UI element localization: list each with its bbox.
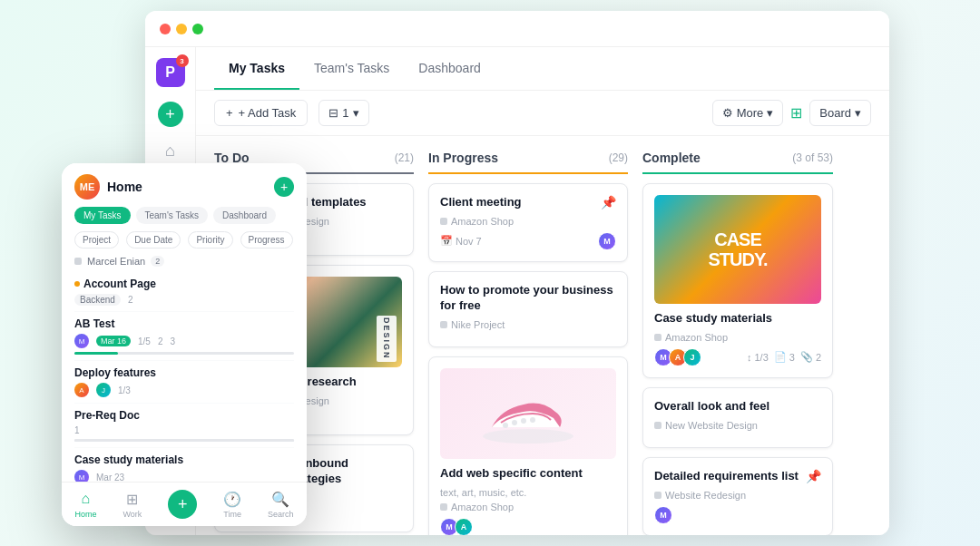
svg-point-4 [530,417,535,423]
assignee-avatars: M A [440,518,473,535]
toolbar: + + Add Task ⊟ 1 ▾ ⚙ More ▾ [196,91,889,136]
avatar: M [654,506,672,524]
mobile-overlay: ME Home + My Tasks Team's Tasks Dashboar… [62,163,307,526]
sub2: 3 [170,336,175,346]
task-name: Account Page [83,278,156,290]
mobile-nav-home[interactable]: ⌂ Home [74,490,96,519]
nav-home-label: Home [74,510,96,519]
list-item[interactable]: Deploy features A J 1/3 [74,361,294,404]
mobile-nav-add[interactable]: + [168,490,197,519]
project-dot [654,422,662,429]
filter-project[interactable]: Project [74,231,119,249]
more-label: More [737,106,764,120]
maximize-button[interactable] [192,24,203,34]
column-count-inprogress: (29) [609,151,628,164]
task-card: How to promote your business for free Ni… [428,271,628,347]
filter-progress[interactable]: Progress [240,231,293,249]
list-item[interactable]: Case study materials M Mar 23 [74,448,294,482]
task-meta: New Website Design [654,420,821,431]
svg-point-2 [512,420,517,425]
time-icon: 🕐 [223,490,241,508]
section-dot [74,258,82,265]
progress-bar [74,352,294,355]
task-meta: Amazon Shop [440,216,616,227]
svg-point-3 [521,418,526,424]
task-footer: M A [440,518,616,535]
filter-duedate[interactable]: Due Date [126,231,181,249]
list-item[interactable]: Account Page Backend 2 [74,272,294,312]
more-button[interactable]: ⚙ More ▾ [712,100,784,126]
add-task-button[interactable]: + + Add Task [214,100,308,126]
task-name: Deploy features [74,366,156,379]
task-date: Mar 23 [96,473,124,483]
section-header: Marcel Enian 2 [74,256,294,267]
tab-dashboard[interactable]: Dashboard [404,48,495,90]
chevron-down-icon-board: ▾ [855,106,861,120]
close-button[interactable] [160,24,171,34]
board-button[interactable]: Board ▾ [809,100,871,126]
mobile-filters: Project Due Date Priority Progress [62,231,307,256]
project-name: New Website Design [665,420,758,431]
task-meta: M Mar 16 1/5 2 3 [74,334,294,348]
task-card: CASESTUDY. Case study materials Amazon S… [642,183,833,378]
project-dot [654,334,662,341]
add-button[interactable]: + [158,102,183,127]
mobile-header: ME Home + [62,163,307,207]
avatar: M [598,232,616,250]
mobile-add-button[interactable]: + [274,177,294,197]
filter-priority[interactable]: Priority [188,231,232,249]
filter-button[interactable]: ⊟ 1 ▾ [318,100,368,126]
pin-icon: 📌 [601,195,616,210]
task-title: Deploy features [74,366,294,379]
add-icon[interactable]: + [168,490,197,519]
mobile-nav-work[interactable]: ⊞ Work [122,490,142,519]
project-name: Website Redesign [665,490,746,501]
progress-fill [74,439,294,442]
priority-dot [74,281,80,287]
mobile-nav-time[interactable]: 🕐 Time [223,490,241,519]
section-name: Marcel Enian [87,256,145,267]
task-card: Detailed requirements list 📌 Website Red… [642,457,833,535]
task-card: Overall look and feel New Website Design [642,387,833,448]
tab-my-tasks[interactable]: My Tasks [214,48,299,90]
mobile-tab-teamstasks[interactable]: Team's Tasks [136,207,209,224]
assignee-avatars: M [654,506,672,524]
task-card: Client meeting 📌 Amazon Shop 📅 Nov 7 [428,183,628,262]
traffic-lights [160,24,203,34]
tab-teams-tasks[interactable]: Team's Tasks [299,48,404,90]
mini-avatar: M [74,334,89,348]
mobile-nav-search[interactable]: 🔍 Search [268,490,294,519]
task-title: AB Test [74,317,294,330]
mobile-tab-mytasks[interactable]: My Tasks [74,207,131,224]
minimize-button[interactable] [176,24,187,34]
mobile-avatar: ME [74,174,100,200]
assignee-avatars: M A J [654,348,701,366]
case-study-image: CASESTUDY. [654,195,821,304]
mini-avatar: J [96,383,111,397]
progress-text: 1/5 [138,336,151,346]
task-date: 📅 Nov 7 [440,235,482,247]
project-name: Amazon Shop [451,216,514,227]
task-meta: A J 1/3 [74,383,294,397]
sidebar-item-home[interactable]: ⌂ [154,134,187,167]
mobile-tabs: My Tasks Team's Tasks Dashboard [62,207,307,231]
mobile-tab-dashboard[interactable]: Dashboard [213,207,276,224]
list-item[interactable]: AB Test M Mar 16 1/5 2 3 [74,312,294,361]
task-title: Account Page [74,278,294,290]
column-inprogress: In Progress (29) Client meeting 📌 Amazon… [428,151,628,521]
add-task-label: + Add Task [239,106,297,120]
titlebar [145,11,889,47]
task-meta: 1 [74,425,294,435]
grid-view-icon[interactable]: ⊞ [790,104,802,122]
home-icon: ⌂ [76,490,94,508]
task-title: Overall look and feel [654,399,821,414]
project-name: Amazon Shop [665,332,728,343]
column-header-complete: Complete (3 of 53) [642,151,833,174]
list-item[interactable]: Pre-Req Doc 1 [74,404,294,448]
column-count-todo: (21) [395,151,414,164]
work-icon: ⊞ [123,490,142,508]
task-subtitle: text, art, music, etc. [440,487,616,498]
logo-icon[interactable]: P 3 [156,58,185,87]
toolbar-right: ⚙ More ▾ ⊞ Board ▾ [712,100,871,126]
filter-icon: ⊟ [328,106,338,120]
